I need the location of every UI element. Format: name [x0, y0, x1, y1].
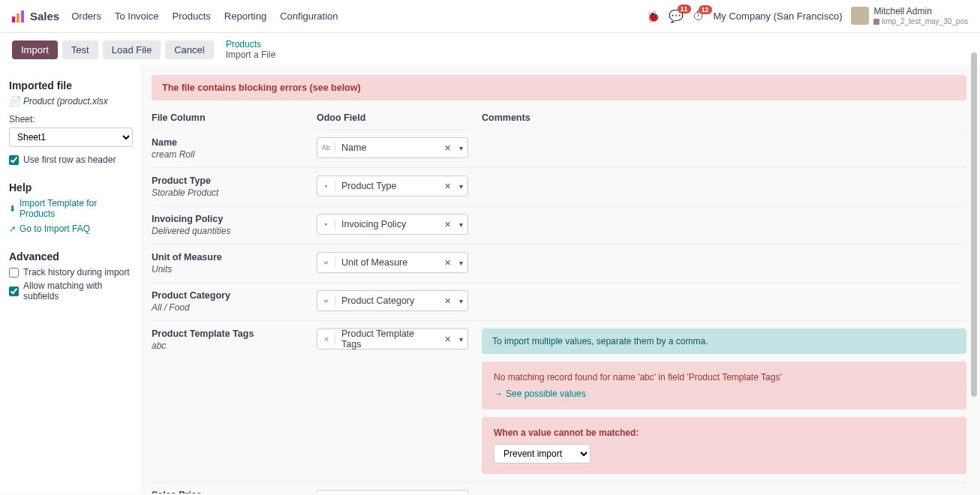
field-type-icon: ⇄: [317, 296, 335, 306]
scrollbar-thumb[interactable]: [971, 52, 977, 397]
odoo-field-select[interactable]: Ab Name ✕ ▾: [317, 137, 468, 158]
sheet-label: Sheet:: [9, 114, 133, 124]
help-title: Help: [9, 182, 133, 194]
file-column-sample: Storable Product: [152, 188, 317, 198]
avatar-icon: [851, 7, 869, 25]
mapping-row: Product CategoryAll / Food ⇄ Product Cat…: [152, 282, 966, 320]
header-file-column: File Column: [152, 112, 317, 123]
chevron-down-icon[interactable]: ▾: [454, 220, 467, 229]
odoo-field-select[interactable]: 1.5 Sales Price ✕ ▾: [317, 490, 468, 494]
field-label: Name: [335, 142, 440, 153]
import-faq-link[interactable]: ↗ Go to Import FAQ: [9, 224, 133, 234]
download-icon: ⬇: [9, 204, 16, 214]
file-name: Product (product.xlsx: [23, 96, 108, 106]
file-column-name: Product Category: [152, 290, 317, 301]
load-file-button[interactable]: Load File: [103, 40, 161, 59]
field-type-icon: ▾: [317, 219, 335, 230]
header-odoo-field: Odoo Field: [317, 112, 482, 123]
menu-orders[interactable]: Orders: [71, 10, 101, 22]
first-row-header-label: Use first row as header: [23, 154, 116, 165]
top-nav: Sales Orders To Invoice Products Reporti…: [0, 0, 980, 33]
messages-icon[interactable]: 💬 11: [669, 9, 684, 23]
chevron-down-icon[interactable]: ▾: [454, 182, 467, 190]
import-template-link[interactable]: ⬇ Import Template for Products: [9, 198, 133, 219]
arrow-right-icon: →: [494, 388, 503, 399]
chevron-down-icon[interactable]: ▾: [454, 259, 467, 267]
columns-header: File Column Odoo Field Comments: [152, 108, 966, 129]
file-icon: 📄: [9, 96, 20, 106]
import-button[interactable]: Import: [12, 40, 58, 59]
breadcrumb: Products Import a File: [226, 39, 276, 60]
file-column-name: Product Template Tags: [152, 328, 317, 339]
test-button[interactable]: Test: [62, 40, 98, 59]
clear-field-icon[interactable]: ✕: [440, 220, 454, 230]
file-name-row: 📄 Product (product.xlsx: [9, 96, 133, 106]
track-history-label: Track history during import: [23, 267, 130, 278]
track-history-checkbox[interactable]: [9, 268, 19, 278]
clear-field-icon[interactable]: ✕: [440, 182, 454, 191]
cancel-button[interactable]: Cancel: [165, 40, 213, 59]
first-row-header-checkbox[interactable]: [9, 155, 19, 165]
odoo-field-select[interactable]: ⤨ Product Template Tags ✕ ▾: [317, 328, 468, 350]
chevron-down-icon[interactable]: ▾: [454, 335, 467, 344]
field-label: Unit of Measure: [335, 257, 440, 268]
field-label: Product Category: [335, 296, 440, 306]
field-type-icon: Ab: [317, 142, 335, 153]
file-column-sample: cream Roll: [152, 149, 317, 160]
tags-error-box: No matching record found for name 'abc' …: [482, 362, 966, 410]
svg-rect-2: [21, 10, 24, 22]
field-label: Product Template Tags: [335, 328, 440, 350]
allow-subfields-label: Allow matching with subfields: [23, 280, 133, 302]
odoo-field-select[interactable]: ⇄ Product Category ✕ ▾: [317, 290, 468, 311]
field-type-icon: ⇄: [317, 257, 335, 268]
svg-rect-1: [17, 14, 20, 22]
svg-rect-0: [12, 16, 15, 22]
imported-file-title: Imported file: [9, 80, 133, 92]
app-name[interactable]: Sales: [30, 10, 59, 22]
blocking-errors-alert: The file contains blocking errors (see b…: [152, 75, 966, 100]
field-type-icon: ▾: [317, 181, 335, 191]
file-column-name: Product Type: [152, 176, 317, 186]
breadcrumb-products[interactable]: Products: [226, 39, 276, 50]
unmatched-box: When a value cannot be matched: Prevent …: [482, 417, 966, 474]
file-column-sample: Units: [152, 264, 317, 274]
error-message: No matching record found for name 'abc' …: [494, 372, 954, 382]
sheet-select[interactable]: Sheet1: [9, 128, 133, 147]
file-column-name: Unit of Measure: [152, 252, 317, 262]
external-link-icon: ↗: [9, 224, 16, 234]
clear-field-icon[interactable]: ✕: [440, 296, 454, 306]
file-column-name: Invoicing Policy: [152, 214, 317, 224]
advanced-title: Advanced: [9, 250, 133, 262]
breadcrumb-current: Import a File: [226, 50, 276, 60]
file-column-name: Sales Price: [152, 490, 317, 494]
db-name: kmp_2_test_may_30_pos: [873, 17, 968, 26]
chevron-down-icon[interactable]: ▾: [454, 297, 467, 305]
messages-badge: 11: [678, 4, 691, 14]
see-possible-values-link[interactable]: → See possible values: [494, 388, 954, 399]
unmatched-action-select[interactable]: Prevent import: [494, 444, 591, 464]
menu-products[interactable]: Products: [172, 10, 210, 22]
activities-icon[interactable]: ⏱ 12: [693, 10, 705, 23]
field-type-icon: ⤨: [317, 334, 335, 344]
file-column-sample: All / Food: [152, 302, 317, 313]
bug-icon[interactable]: 🐞: [647, 10, 660, 22]
user-menu[interactable]: Mitchell Admin kmp_2_test_may_30_pos: [851, 6, 968, 26]
file-column-sample: Delivered quantities: [152, 226, 317, 236]
allow-subfields-checkbox[interactable]: [9, 286, 19, 296]
menu-to-invoice[interactable]: To Invoice: [115, 10, 159, 22]
chevron-down-icon[interactable]: ▾: [454, 144, 467, 152]
odoo-field-select[interactable]: ⇄ Unit of Measure ✕ ▾: [317, 252, 468, 273]
menu-configuration[interactable]: Configuration: [280, 10, 338, 22]
scrollbar[interactable]: [971, 52, 978, 494]
clear-field-icon[interactable]: ✕: [440, 258, 454, 268]
clear-field-icon[interactable]: ✕: [440, 334, 454, 344]
activities-badge: 12: [699, 5, 712, 14]
field-label: Invoicing Policy: [335, 219, 440, 230]
content-area: The file contains blocking errors (see b…: [143, 66, 980, 494]
clear-field-icon[interactable]: ✕: [440, 143, 454, 153]
company-switcher[interactable]: My Company (San Francisco): [714, 10, 843, 22]
odoo-field-select[interactable]: ▾ Invoicing Policy ✕ ▾: [317, 214, 468, 235]
menu-reporting[interactable]: Reporting: [224, 10, 266, 22]
odoo-field-select[interactable]: ▾ Product Type ✕ ▾: [317, 176, 468, 196]
file-column-sample: abc: [152, 340, 317, 351]
